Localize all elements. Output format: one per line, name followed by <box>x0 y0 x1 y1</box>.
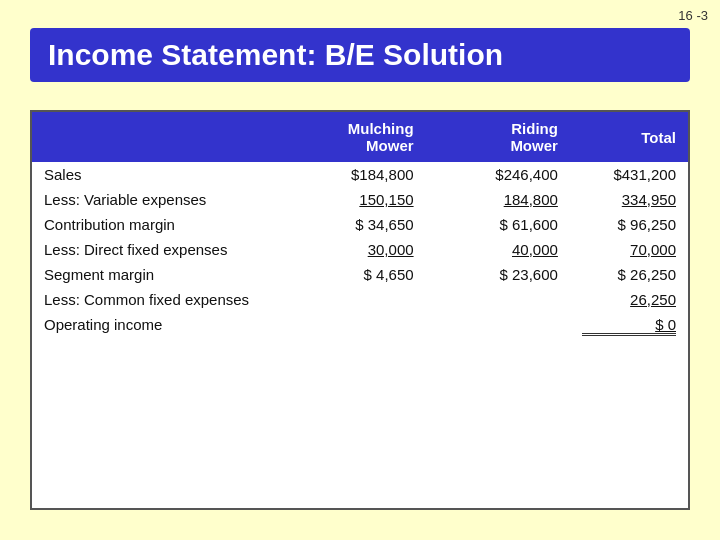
mulching-value-cell: $ 4,650 <box>281 262 425 287</box>
title-bar: Income Statement: B/E Solution <box>30 28 690 82</box>
total-value-cell: 26,250 <box>570 287 688 312</box>
income-statement-table: Mulching Mower Riding Mower Total Sales$… <box>32 112 688 340</box>
riding-value-cell: $ 61,600 <box>426 212 570 237</box>
row-label-cell: Less: Variable expenses <box>32 187 281 212</box>
table-row: Operating income$ 0 <box>32 312 688 340</box>
riding-value-cell: $ 23,600 <box>426 262 570 287</box>
total-value-cell: $431,200 <box>570 162 688 187</box>
header-mulching-col: Mulching Mower <box>281 112 425 162</box>
table-row: Segment margin$ 4,650$ 23,600$ 26,250 <box>32 262 688 287</box>
table-body: Sales$184,800$246,400$431,200Less: Varia… <box>32 162 688 340</box>
table-row: Less: Variable expenses150,150184,800334… <box>32 187 688 212</box>
table-row: Sales$184,800$246,400$431,200 <box>32 162 688 187</box>
table-row: Less: Common fixed expenses26,250 <box>32 287 688 312</box>
header-riding-col: Riding Mower <box>426 112 570 162</box>
riding-value-cell: 184,800 <box>426 187 570 212</box>
row-label-cell: Contribution margin <box>32 212 281 237</box>
mulching-value-cell: 30,000 <box>281 237 425 262</box>
riding-value-cell <box>426 312 570 340</box>
row-label-cell: Segment margin <box>32 262 281 287</box>
row-label-cell: Sales <box>32 162 281 187</box>
mulching-value-cell <box>281 287 425 312</box>
total-value-cell: $ 0 <box>570 312 688 340</box>
row-label-cell: Operating income <box>32 312 281 340</box>
total-value-cell: 334,950 <box>570 187 688 212</box>
mulching-value-cell: $184,800 <box>281 162 425 187</box>
row-label-cell: Less: Common fixed expenses <box>32 287 281 312</box>
row-label-cell: Less: Direct fixed expenses <box>32 237 281 262</box>
total-value-cell: $ 96,250 <box>570 212 688 237</box>
table-header-row: Mulching Mower Riding Mower Total <box>32 112 688 162</box>
header-total-col: Total <box>570 112 688 162</box>
total-value-cell: 70,000 <box>570 237 688 262</box>
riding-value-cell: $246,400 <box>426 162 570 187</box>
mulching-value-cell <box>281 312 425 340</box>
riding-value-cell <box>426 287 570 312</box>
table-row: Contribution margin$ 34,650$ 61,600$ 96,… <box>32 212 688 237</box>
header-label-col <box>32 112 281 162</box>
mulching-value-cell: $ 34,650 <box>281 212 425 237</box>
income-statement-table-container: Mulching Mower Riding Mower Total Sales$… <box>30 110 690 510</box>
page-number: 16 -3 <box>678 8 708 23</box>
mulching-value-cell: 150,150 <box>281 187 425 212</box>
riding-value-cell: 40,000 <box>426 237 570 262</box>
total-value-cell: $ 26,250 <box>570 262 688 287</box>
page-title: Income Statement: B/E Solution <box>48 38 672 72</box>
table-row: Less: Direct fixed expenses30,00040,0007… <box>32 237 688 262</box>
